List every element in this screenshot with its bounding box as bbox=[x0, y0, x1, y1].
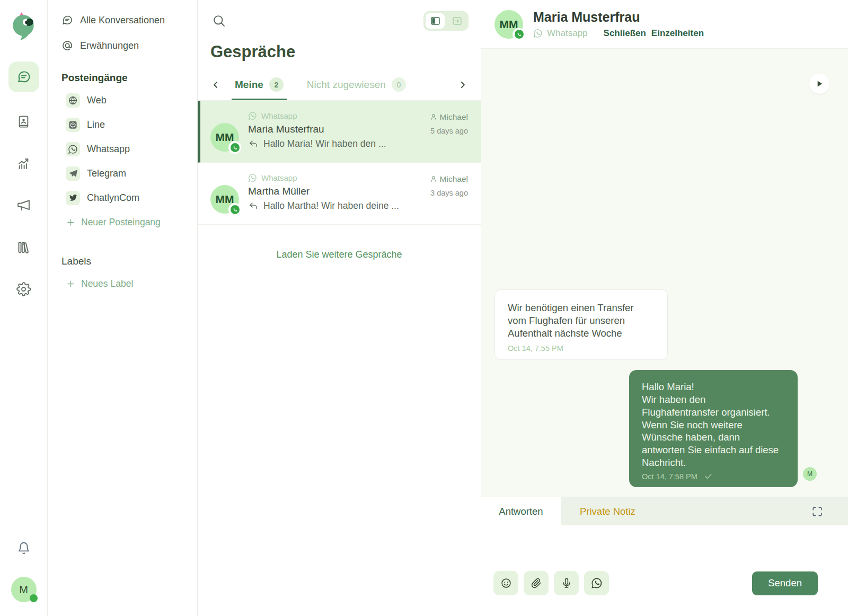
outgoing-message-bubble: Hallo Maria! Wir haben den Flughafentran… bbox=[629, 370, 798, 487]
incoming-message-bubble: Wir benötigen einen Transfer vom Flughaf… bbox=[494, 289, 668, 360]
layout-toggle-expand-button[interactable] bbox=[447, 13, 466, 29]
line-icon bbox=[66, 118, 80, 132]
message-composer: Senden bbox=[481, 525, 848, 616]
channel-label: Whatsapp bbox=[261, 173, 297, 182]
reply-arrow-icon bbox=[248, 139, 259, 149]
composer-toolbar: Senden bbox=[493, 571, 818, 595]
message-history: Wir benötigen einen Transfer vom Flughaf… bbox=[481, 49, 848, 497]
expand-composer-button[interactable] bbox=[811, 506, 823, 517]
nav-all-conversations-label: Alle Konversationen bbox=[80, 15, 165, 26]
conversation-meta: Michael 3 days ago bbox=[429, 173, 468, 214]
nav-all-conversations[interactable]: Alle Konversationen bbox=[61, 7, 190, 33]
tabs-scroll-right-button[interactable] bbox=[455, 77, 470, 92]
conversation-meta: Michael 5 days ago bbox=[429, 111, 468, 152]
layout-toggle bbox=[423, 11, 469, 31]
voice-message-button[interactable] bbox=[554, 571, 579, 595]
search-button[interactable] bbox=[212, 14, 226, 28]
send-button[interactable]: Senden bbox=[752, 571, 818, 595]
rail-contacts-button[interactable] bbox=[11, 109, 37, 134]
rail-conversations-button[interactable] bbox=[8, 61, 39, 92]
conversation-item[interactable]: MM Whatsapp Maria Musterfrau Hallo Maria… bbox=[198, 101, 481, 163]
tab-label: Meine bbox=[235, 79, 263, 91]
assignee-name: Michael bbox=[440, 112, 468, 122]
nav-mentions[interactable]: Erwähnungen bbox=[61, 33, 190, 58]
whatsapp-channel-badge bbox=[513, 28, 525, 41]
details-link[interactable]: Einzelheiten bbox=[651, 28, 704, 39]
megaphone-icon bbox=[16, 198, 31, 213]
message-input[interactable] bbox=[494, 533, 835, 560]
composer-tabs: Antworten Private Notiz bbox=[481, 497, 848, 525]
new-label-label: Neues Label bbox=[81, 278, 133, 289]
tab-count-badge: 2 bbox=[269, 77, 284, 92]
attach-file-button[interactable] bbox=[524, 571, 549, 595]
assignee-name: Michael bbox=[440, 174, 468, 184]
tab-meine[interactable]: Meine 2 bbox=[232, 69, 287, 100]
inbox-label: Telegram bbox=[87, 168, 126, 179]
emoji-button[interactable] bbox=[493, 571, 518, 595]
navigation-sidebar: Alle Konversationen Erwähnungen Posteing… bbox=[48, 0, 198, 616]
sent-check-icon bbox=[704, 472, 713, 481]
message-preview: Hallo Martha! Wir haben deine ... bbox=[263, 200, 399, 212]
page-title: Gespräche bbox=[198, 41, 481, 69]
conversation-tabs: Meine 2 Nicht zugewiesen 0 bbox=[198, 69, 481, 101]
layout-toggle-list-button[interactable] bbox=[426, 13, 445, 29]
whatsapp-icon bbox=[232, 207, 238, 213]
person-icon bbox=[429, 175, 438, 183]
new-inbox-button[interactable]: Neuer Posteingang bbox=[61, 210, 190, 234]
user-avatar[interactable]: M bbox=[11, 577, 37, 602]
globe-icon bbox=[66, 93, 80, 108]
user-initial: M bbox=[19, 584, 28, 596]
conversation-item[interactable]: MM Whatsapp Martha Müller Hallo Martha! … bbox=[198, 163, 481, 225]
rail-settings-button[interactable] bbox=[11, 276, 37, 302]
collapse-panel-button[interactable] bbox=[809, 74, 829, 94]
whatsapp-icon bbox=[533, 29, 543, 38]
expand-icon bbox=[811, 506, 823, 517]
chat-panel: MM Maria Musterfrau Whatsapp Schließen E… bbox=[481, 0, 848, 616]
library-icon bbox=[16, 240, 31, 254]
inbox-item-whatsapp[interactable]: Whatsapp bbox=[61, 137, 190, 161]
tab-antworten[interactable]: Antworten bbox=[481, 497, 561, 525]
close-conversation-link[interactable]: Schließen bbox=[604, 28, 646, 39]
search-icon bbox=[212, 14, 226, 28]
conversation-timestamp: 3 days ago bbox=[430, 189, 468, 197]
sender-mini-avatar: M bbox=[803, 467, 817, 481]
inbox-item-web[interactable]: Web bbox=[61, 88, 190, 112]
inbox-item-chatlyncom[interactable]: ChatlynCom bbox=[61, 186, 190, 210]
icon-rail: M bbox=[0, 0, 48, 616]
tab-count-badge: 0 bbox=[392, 77, 406, 92]
telegram-icon bbox=[66, 166, 80, 181]
inbox-item-telegram[interactable]: Telegram bbox=[61, 161, 190, 186]
inbox-label: Line bbox=[87, 119, 105, 130]
app-window: M Alle Konversationen Erwähnungen Postei… bbox=[0, 0, 848, 616]
rail-library-button[interactable] bbox=[11, 234, 37, 260]
load-more-conversations-link[interactable]: Laden Sie weitere Gespräche bbox=[198, 249, 481, 260]
contact-name: Martha Müller bbox=[248, 186, 399, 197]
whatsapp-icon bbox=[66, 142, 80, 156]
rail-analytics-button[interactable] bbox=[11, 151, 37, 176]
new-label-button[interactable]: Neues Label bbox=[61, 271, 190, 296]
inbox-item-line[interactable]: Line bbox=[61, 112, 190, 137]
avatar: MM bbox=[494, 10, 523, 39]
whatsapp-template-button[interactable] bbox=[584, 571, 609, 595]
conversations-icon bbox=[16, 69, 31, 84]
whatsapp-icon bbox=[591, 577, 603, 589]
plus-icon bbox=[66, 217, 76, 227]
channel-label: Whatsapp bbox=[261, 111, 297, 120]
inboxes-section-title: Posteingänge bbox=[61, 72, 190, 84]
tab-nicht-zugewiesen[interactable]: Nicht zugewiesen 0 bbox=[304, 69, 409, 100]
message-timestamp: Oct 14, 7:55 PM bbox=[508, 344, 655, 353]
rail-campaigns-button[interactable] bbox=[11, 192, 37, 218]
notifications-button[interactable] bbox=[11, 535, 37, 561]
chevron-right-icon bbox=[457, 80, 468, 90]
chat-header: MM Maria Musterfrau Whatsapp Schließen E… bbox=[481, 0, 848, 49]
chatlyn-logo[interactable] bbox=[10, 12, 38, 40]
online-status-dot bbox=[30, 594, 38, 602]
paperclip-icon bbox=[531, 577, 542, 589]
play-arrow-icon bbox=[814, 78, 825, 89]
message-text-line1: Hallo Maria! bbox=[642, 381, 785, 393]
channel-label: Whatsapp bbox=[547, 28, 588, 39]
chevron-left-icon bbox=[210, 80, 221, 90]
tab-private-notiz[interactable]: Private Notiz bbox=[575, 497, 641, 525]
tabs-scroll-left-button[interactable] bbox=[208, 77, 223, 92]
message-preview: Hallo Maria! Wir haben den ... bbox=[263, 138, 386, 149]
